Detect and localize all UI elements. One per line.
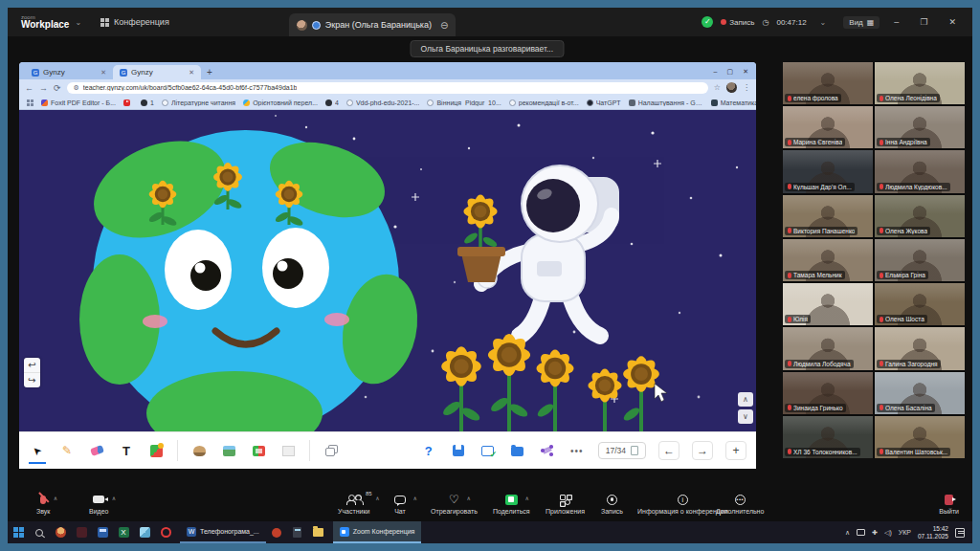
reload-button[interactable]: ⟳: [54, 83, 61, 93]
bookmark-item[interactable]: ЧатGPT: [587, 99, 621, 106]
maximize-button[interactable]: ❐: [913, 17, 934, 27]
bookmark-item[interactable]: Вінниця_Pidgur_10...: [427, 99, 501, 106]
taskbar-app-opera[interactable]: [155, 521, 176, 543]
more-button[interactable]: •••: [568, 440, 586, 461]
taskbar-app[interactable]: [71, 521, 92, 543]
text-tool[interactable]: T: [118, 440, 135, 461]
site-settings-icon[interactable]: ⚙: [74, 84, 79, 92]
video-button[interactable]: ∧ Видео: [89, 493, 108, 515]
forward-button[interactable]: →: [39, 83, 48, 93]
redo-button[interactable]: ↪: [24, 373, 40, 387]
participant-tile[interactable]: Виктория Панашенко: [783, 195, 873, 237]
back-button[interactable]: ←: [25, 83, 33, 93]
participant-tile[interactable]: ХЛ 36 Толоконников...: [783, 416, 873, 458]
next-page-button[interactable]: →: [692, 441, 713, 460]
new-tab-button[interactable]: +: [207, 67, 212, 77]
participant-tile[interactable]: Ельміра Гріна: [875, 239, 965, 281]
browser-close-button[interactable]: ✕: [743, 68, 748, 76]
clock[interactable]: 15:42 07.11.2025: [918, 525, 948, 540]
search-button[interactable]: [29, 521, 50, 543]
react-button[interactable]: ♡∧ Отреагировать: [431, 493, 478, 515]
participant-tile[interactable]: Олена Леонідівна: [875, 62, 965, 104]
participant-tile[interactable]: Галина Загородня: [875, 327, 965, 369]
participant-tile[interactable]: Людмила Курдюков...: [875, 150, 965, 192]
bookmark-item[interactable]: рекомендації в-от...: [509, 99, 579, 106]
taskbar-window-zoom[interactable]: Zoom Конференция: [333, 521, 422, 543]
apps-button[interactable]: Приложения: [546, 493, 585, 515]
taskbar-app[interactable]: [134, 521, 155, 543]
address-bar[interactable]: ⚙ teacher.gynzy.com/uk/board/5cfb0ae62-6…: [67, 82, 708, 94]
taskbar-app-powerpoint[interactable]: [266, 521, 287, 543]
share-button[interactable]: [539, 440, 556, 461]
browser-menu-icon[interactable]: ⋮: [743, 83, 750, 92]
leave-button[interactable]: Выйти: [939, 493, 959, 515]
participant-tile[interactable]: елена фролова: [783, 62, 873, 104]
profile-avatar[interactable]: [726, 82, 737, 93]
notifications-icon[interactable]: [955, 528, 965, 538]
participant-tile[interactable]: Олена Басаліна: [875, 372, 965, 414]
close-tab-icon[interactable]: ✕: [100, 69, 106, 77]
participant-tile[interactable]: Валентин Шатовськ...: [875, 416, 965, 458]
help-button[interactable]: ?: [420, 440, 437, 461]
participant-tile[interactable]: Людмила Лободяча: [783, 327, 873, 369]
chat-button[interactable]: ∧ Чат: [394, 493, 406, 515]
chevron-down-icon[interactable]: ⌄: [75, 18, 81, 27]
images-tool[interactable]: [220, 440, 237, 461]
close-tab-icon[interactable]: ✕: [189, 69, 194, 77]
prev-page-button[interactable]: ←: [658, 441, 679, 460]
bookmark-item[interactable]: Математика 4 кла...: [711, 99, 756, 106]
bookmark-item[interactable]: [123, 99, 133, 106]
participant-tile[interactable]: Олена Шоста: [875, 283, 965, 325]
accessibility-tray-icon[interactable]: ✚: [872, 529, 878, 537]
save-button[interactable]: [450, 440, 467, 461]
export-button[interactable]: [479, 440, 497, 461]
browser-maximize-button[interactable]: ▢: [727, 68, 734, 76]
collapse-icon[interactable]: ⊖: [440, 20, 448, 31]
start-button[interactable]: [8, 521, 29, 543]
display-tray-icon[interactable]: [857, 529, 865, 536]
participant-tile[interactable]: Інна Андріївна: [875, 106, 965, 148]
record-button[interactable]: Запись: [601, 493, 623, 515]
stickers-tool[interactable]: [190, 440, 208, 461]
duplicate-tool[interactable]: [323, 440, 340, 461]
panel-tool[interactable]: [279, 440, 297, 461]
bookmark-item[interactable]: Foxit PDF Editor - Б...: [41, 99, 116, 106]
participants-button[interactable]: 85∧ Участники: [338, 493, 369, 515]
taskbar-app-excel[interactable]: X: [113, 521, 134, 543]
bookmark-item[interactable]: 1: [141, 99, 154, 106]
slides-tool[interactable]: [250, 440, 267, 461]
taskbar-app-folder[interactable]: [308, 521, 329, 543]
eraser-tool[interactable]: [88, 440, 105, 461]
minimize-button[interactable]: –: [887, 17, 905, 27]
participant-tile[interactable]: Кульшан Дар'я Ол...: [783, 150, 873, 192]
pen-tool[interactable]: ✎: [58, 440, 76, 461]
taskbar-window-doc[interactable]: W Телефонограма_...: [180, 521, 266, 543]
taskbar-app[interactable]: [92, 521, 113, 543]
bookmark-item[interactable]: Орієнтовний перел...: [243, 99, 318, 106]
close-button[interactable]: ✕: [942, 17, 963, 27]
open-button[interactable]: [509, 440, 526, 461]
undo-button[interactable]: ↩: [24, 358, 40, 373]
page-indicator[interactable]: 17/34: [598, 442, 646, 459]
view-button[interactable]: Вид▦: [843, 16, 880, 29]
meeting-info-button[interactable]: i Информация о конференции: [637, 493, 728, 515]
taskbar-app[interactable]: [50, 521, 71, 543]
browser-minimize-button[interactable]: –: [714, 68, 718, 76]
more-options-button[interactable]: ••• Дополнительно: [716, 493, 764, 515]
share-screen-button[interactable]: ∧ Поделиться: [493, 493, 530, 515]
language-indicator[interactable]: УКР: [899, 529, 911, 536]
apps-grid-icon[interactable]: [27, 99, 33, 106]
scroll-down-button[interactable]: ∨: [738, 409, 753, 424]
audio-button[interactable]: ∧ Звук: [36, 493, 50, 515]
participant-tile[interactable]: Олена Жукова: [875, 195, 965, 237]
bookmark-item[interactable]: Vdd-phd-edu-2021-...: [346, 99, 420, 106]
taskbar-app-calculator[interactable]: [287, 521, 308, 543]
whiteboard-canvas[interactable]: ↩ ↪ ∧ ∨: [19, 110, 756, 431]
volume-tray-icon[interactable]: ◁): [884, 529, 892, 537]
participant-tile[interactable]: Зинаида Гринько: [783, 372, 873, 414]
tab-meeting[interactable]: Конференция: [91, 8, 179, 36]
bookmark-star-icon[interactable]: ☆: [714, 83, 721, 92]
bookmark-item[interactable]: Налаштування - Go...: [629, 99, 703, 106]
bookmark-item[interactable]: Літературне читання: [162, 99, 235, 106]
select-tool[interactable]: ➤: [29, 440, 46, 461]
